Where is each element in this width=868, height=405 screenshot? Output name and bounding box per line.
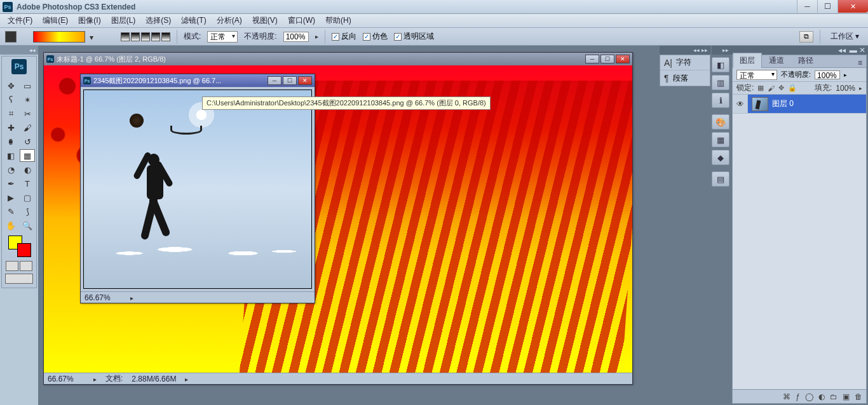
group-icon[interactable]: 🗀 — [830, 392, 837, 401]
crop-tool[interactable]: ⌗ — [3, 107, 18, 120]
marquee-tool[interactable]: ▭ — [20, 79, 35, 92]
doc-close-button[interactable]: ✕ — [616, 55, 630, 63]
layer-thumbnail[interactable] — [752, 97, 768, 111]
status-menu-icon[interactable] — [130, 293, 133, 302]
blend-mode-select[interactable]: 正常 — [736, 70, 777, 80]
doc-minimize-button[interactable]: ─ — [268, 76, 281, 85]
lock-transparency-icon[interactable]: ▦ — [757, 84, 764, 92]
document-titlebar-main[interactable]: Ps 未标题-1 @ 66.7% (图层 2, RGB/8) ─ ☐ ✕ — [44, 53, 632, 65]
gradient-angle-button[interactable] — [141, 32, 150, 41]
styles-panel-icon[interactable]: ◆ — [712, 150, 729, 165]
dock-header[interactable]: ◂◂ ▸▸ — [660, 46, 710, 55]
screen-mode-button[interactable] — [5, 274, 33, 284]
shape-tool[interactable]: ▢ — [20, 191, 35, 204]
lock-image-icon[interactable]: 🖌 — [768, 84, 775, 92]
menu-select[interactable]: 选择(S) — [140, 13, 176, 28]
mode-select[interactable]: 正常 — [207, 31, 238, 43]
reverse-checkbox[interactable]: ✓反向 — [332, 31, 356, 42]
opacity-stepper-icon[interactable]: ▸ — [315, 33, 318, 40]
layer-name[interactable]: 图层 0 — [772, 98, 794, 109]
lock-all-icon[interactable]: 🔒 — [788, 84, 797, 92]
paragraph-panel-button[interactable]: ¶段落 — [660, 70, 710, 86]
menu-layer[interactable]: 图层(L) — [106, 13, 141, 28]
layer-row[interactable]: 👁 图层 0 — [733, 95, 866, 114]
eyedropper-tool[interactable]: ⟆ — [20, 205, 35, 218]
doc-close-button[interactable]: ✕ — [298, 76, 312, 85]
menu-window[interactable]: 窗口(W) — [283, 13, 320, 28]
link-layers-icon[interactable]: ⌘ — [783, 392, 790, 401]
window-minimize-button[interactable] — [797, 0, 817, 13]
healing-tool[interactable]: ✚ — [3, 121, 18, 134]
histogram-panel-icon[interactable]: ▥ — [712, 75, 729, 90]
hand-tool[interactable]: ✋ — [3, 219, 18, 232]
doc-maximize-button[interactable]: ☐ — [600, 55, 614, 63]
notes-tool[interactable]: ✎ — [3, 205, 18, 218]
zoom-readout[interactable]: 66.67% — [48, 375, 85, 383]
history-brush-tool[interactable]: ↺ — [20, 135, 35, 148]
navigator-panel-icon[interactable]: ◧ — [712, 57, 729, 72]
layer-style-icon[interactable]: ƒ — [796, 392, 800, 401]
layer-mask-icon[interactable]: ◯ — [805, 392, 813, 401]
pen-tool[interactable]: ✒ — [3, 177, 18, 190]
tab-layers[interactable]: 图层 — [733, 53, 762, 68]
dodge-tool[interactable]: ◐ — [20, 163, 35, 176]
dock-header[interactable]: ▸▸ — [712, 46, 731, 55]
info-panel-icon[interactable]: ℹ — [712, 93, 729, 108]
slice-tool[interactable]: ✂ — [20, 107, 35, 120]
gradient-linear-button[interactable] — [121, 32, 130, 41]
gradient-radial-button[interactable] — [131, 32, 140, 41]
gradient-tool[interactable]: ▦ — [20, 149, 35, 162]
gradient-picker[interactable] — [33, 31, 85, 43]
blur-tool[interactable]: ◔ — [3, 163, 18, 176]
dock-collapse-bar[interactable]: ◂◂ — [0, 46, 38, 55]
window-close-button[interactable] — [837, 0, 868, 13]
gradient-reflected-button[interactable] — [151, 32, 160, 41]
delete-layer-icon[interactable]: 🗑 — [855, 392, 862, 401]
transparency-checkbox[interactable]: ✓透明区域 — [394, 31, 434, 42]
zoom-tool[interactable]: 🔍 — [20, 219, 35, 232]
lasso-tool[interactable]: ʕ — [3, 93, 18, 106]
tool-preset-picker[interactable] — [5, 31, 17, 43]
fill-input[interactable]: 100% — [836, 84, 855, 93]
quickmask-mode-button[interactable] — [20, 261, 32, 271]
new-layer-icon[interactable]: ▣ — [843, 392, 850, 401]
menu-edit[interactable]: 编辑(E) — [37, 13, 73, 28]
path-select-tool[interactable]: ▶ — [3, 191, 18, 204]
goto-bridge-button[interactable]: ⧉ — [799, 31, 813, 43]
layers-panel-icon[interactable]: ▤ — [712, 171, 729, 187]
document-canvas-sub[interactable] — [81, 87, 315, 291]
opacity-input[interactable]: 100% — [283, 32, 309, 42]
fill-stepper-icon[interactable]: ▸ — [859, 85, 862, 91]
standard-mode-button[interactable] — [6, 261, 18, 271]
menu-file[interactable]: 文件(F) — [3, 13, 37, 28]
window-maximize-button[interactable] — [817, 0, 837, 13]
gradient-diamond-button[interactable] — [161, 32, 170, 41]
doc-minimize-button[interactable]: ─ — [585, 55, 599, 63]
tab-channels[interactable]: 通道 — [762, 53, 791, 68]
wand-tool[interactable]: ✴ — [20, 93, 35, 106]
type-tool[interactable]: T — [20, 177, 35, 190]
menu-analysis[interactable]: 分析(A) — [212, 13, 247, 28]
swatches-panel-icon[interactable]: ▦ — [712, 132, 729, 147]
layer-opacity-input[interactable]: 100% — [815, 70, 840, 79]
panel-menu-icon[interactable]: ≡ — [854, 58, 866, 67]
zoom-readout[interactable]: 66.67% — [85, 293, 121, 302]
status-menu-icon[interactable] — [185, 375, 188, 383]
workspace-menu[interactable]: 工作区 ▾ — [827, 30, 863, 43]
opacity-stepper-icon[interactable]: ▸ — [844, 72, 847, 78]
menu-view[interactable]: 视图(V) — [247, 13, 283, 28]
dither-checkbox[interactable]: ✓仿色 — [363, 31, 388, 42]
background-color[interactable] — [17, 243, 31, 257]
layer-visibility-toggle[interactable]: 👁 — [733, 95, 748, 113]
color-panel-icon[interactable]: 🎨 — [712, 114, 729, 129]
adjustment-layer-icon[interactable]: ◐ — [818, 392, 825, 401]
doc-maximize-button[interactable]: ☐ — [283, 76, 297, 85]
status-menu-icon[interactable] — [93, 375, 97, 383]
move-tool[interactable]: ✥ — [3, 79, 18, 92]
document-titlebar-sub[interactable]: Ps 2345截图20220912103845.png @ 66.7... ─ … — [81, 74, 315, 87]
brush-tool[interactable]: 🖌 — [20, 121, 35, 134]
tab-paths[interactable]: 路径 — [791, 53, 820, 68]
menu-image[interactable]: 图像(I) — [73, 13, 105, 28]
lock-position-icon[interactable]: ✥ — [778, 84, 784, 92]
menu-filter[interactable]: 滤镜(T) — [176, 13, 211, 28]
